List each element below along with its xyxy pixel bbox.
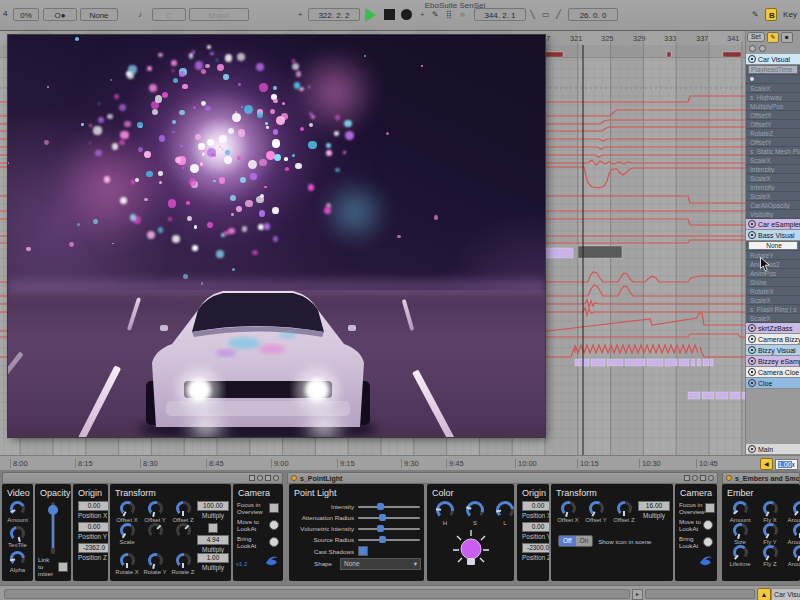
device-chooser[interactable]: PlayheadTime	[746, 65, 800, 75]
expand-button[interactable]: ▸	[632, 589, 643, 600]
nudge-icon[interactable]: +	[298, 8, 303, 22]
automation-lane-scalex[interactable]: ScaleX	[746, 156, 800, 165]
track-header-bizzey-esampler[interactable]: Bizzey eSampler	[746, 356, 800, 367]
amount-knob[interactable]	[733, 501, 748, 516]
automation-lane-rotatez[interactable]: RotateZ	[746, 129, 800, 138]
fade-in-icon[interactable]: ╲	[530, 8, 535, 22]
automation-lane-animpos[interactable]: AnimPos	[746, 269, 800, 278]
arrangement-view[interactable]: Set ✎ ■ Car VisualPlayheadTimeScaleXs_Hi…	[0, 30, 800, 455]
loop-length[interactable]: 26. 0. 0	[568, 8, 618, 21]
amount-knob[interactable]	[10, 501, 25, 516]
device-scrollbar[interactable]	[4, 589, 630, 599]
close-icon[interactable]	[273, 475, 279, 481]
device-header-left[interactable]	[2, 472, 283, 484]
position-z-value[interactable]: -2362.0	[78, 543, 108, 553]
track-header-bass-visual[interactable]: Bass Visual	[746, 230, 800, 241]
automation-lane-rotatex[interactable]: RotateX	[746, 287, 800, 296]
automation-lane-rotatey[interactable]: RotateY	[746, 251, 800, 260]
position-x-value[interactable]: 0.00	[78, 501, 108, 511]
arrangement-position[interactable]: 322. 2. 2	[308, 8, 360, 21]
size-knob[interactable]	[733, 523, 748, 538]
new-icon[interactable]: +	[420, 8, 425, 22]
scale-menu[interactable]: Major	[189, 8, 249, 21]
set-tab[interactable]: Set	[747, 32, 765, 42]
focus-in-overview-button[interactable]	[269, 503, 279, 513]
position-y-value[interactable]: 0.00	[522, 522, 549, 532]
remove-lane-button[interactable]	[759, 45, 766, 52]
automation-lane-intensity[interactable]: Intensity	[746, 165, 800, 174]
track-header-car-visual[interactable]: Car Visual	[746, 54, 800, 65]
fly-z-knob[interactable]	[763, 545, 778, 560]
position-x-value[interactable]: 0.00	[522, 501, 549, 511]
bring-lookat-button[interactable]	[269, 537, 279, 547]
intensity-slider[interactable]	[358, 506, 420, 508]
fold-icon[interactable]	[684, 475, 690, 481]
sync-button[interactable]: ◀	[760, 458, 773, 470]
h-knob[interactable]	[436, 501, 454, 519]
automation-mode-button[interactable]: B	[765, 8, 777, 21]
around-z-knob[interactable]	[793, 545, 800, 560]
pencil-icon[interactable]: ✎	[752, 8, 759, 22]
rotate-z-knob[interactable]	[176, 553, 191, 568]
draw-icon[interactable]: ✎	[432, 8, 439, 22]
hotswap-icon[interactable]	[692, 475, 698, 481]
scale-icon[interactable]: ♪	[138, 8, 142, 22]
fly-x-knob[interactable]	[763, 501, 778, 516]
device-header-embers[interactable]: s_Embers and Smoke	[722, 472, 800, 484]
s-knob[interactable]	[466, 501, 484, 519]
automation-lane-s-flash-ring-s-spi[interactable]: s_Flash Ring | s_Spi	[746, 305, 800, 314]
track-header-camera-cloe[interactable]: Camera Cloe	[746, 367, 800, 378]
focus-in-overview-button[interactable]	[705, 503, 715, 513]
automation-lane-scalex[interactable]: ScaleX	[746, 174, 800, 183]
automation-lane-s-static-mesh-playe[interactable]: s_Static Mesh Playe	[746, 147, 800, 156]
draw-automation-button[interactable]: ✎	[767, 32, 779, 43]
offset-z-knob[interactable]	[617, 501, 632, 516]
loop-icon[interactable]: ○	[460, 8, 465, 22]
automation-lane-scalex[interactable]: ScaleX	[746, 314, 800, 323]
play-button[interactable]	[365, 8, 376, 22]
track-header-bizzy-visual[interactable]: Bizzy Visual	[746, 345, 800, 356]
automation-lane-s-highway[interactable]: s_Highway	[746, 93, 800, 102]
automation-lane-animpos2[interactable]: AnimPos2	[746, 260, 800, 269]
track-header-skrtzzbass[interactable]: skrtZzBass	[746, 323, 800, 334]
quantize-menu[interactable]: None	[80, 8, 118, 21]
metronome-button[interactable]: O●	[43, 8, 77, 21]
l-knob[interactable]	[496, 501, 514, 519]
offset-y-knob[interactable]	[589, 501, 604, 516]
track-header-car-esampler[interactable]: Car eSampler	[746, 219, 800, 230]
move-to-lookat-button[interactable]	[703, 520, 713, 530]
fly-y-knob[interactable]	[763, 523, 778, 538]
bring-lookat-button[interactable]	[703, 537, 713, 547]
around-y-knob[interactable]	[793, 523, 800, 538]
automation-lane-offsetx[interactable]: OffsetX	[746, 111, 800, 120]
automation-lane-multiplypos[interactable]: MultiplyPos	[746, 102, 800, 111]
cast-shadows-checkbox[interactable]	[358, 546, 368, 556]
scale-aux-knob[interactable]	[148, 523, 163, 538]
device-header-pointlight[interactable]: s_PointLight	[287, 472, 718, 484]
attenuation-radius-slider[interactable]	[358, 517, 420, 519]
track-header-camera-bizzy[interactable]: Camera Bizzy	[746, 334, 800, 345]
automation-lane-scalex[interactable]: ScaleX	[746, 296, 800, 305]
link-to-mixer-checkbox[interactable]	[58, 562, 68, 572]
offset-x-knob[interactable]	[120, 501, 135, 516]
show-icon-toggle[interactable]: OffOn	[558, 535, 593, 547]
automation-lane-carallopacity[interactable]: CarAllOpacity	[746, 201, 800, 210]
time-signature[interactable]: 4	[3, 9, 7, 18]
automation-lane-scalex[interactable]: ScaleX	[746, 84, 800, 93]
speed-value[interactable]: 1.00x	[775, 459, 798, 470]
clip-box-icon[interactable]: ▭	[542, 8, 550, 22]
opacity-slider-handle[interactable]	[48, 505, 58, 515]
device-activator[interactable]	[726, 475, 732, 481]
save-icon[interactable]	[265, 475, 271, 481]
position-y-value[interactable]: 0.00	[78, 522, 108, 532]
automation-lane-intensity[interactable]: Intensity	[746, 183, 800, 192]
scale-link-checkbox[interactable]	[208, 523, 218, 533]
automation-lane-visibility[interactable]: Visibility	[746, 210, 800, 219]
add-lane-button[interactable]	[749, 45, 756, 52]
warning-button[interactable]: ▲	[757, 588, 771, 600]
move-to-lookat-button[interactable]	[269, 520, 279, 530]
multiply-value[interactable]: 1.00	[197, 553, 229, 563]
track-header-main[interactable]: Main	[746, 444, 800, 455]
lifetime-knob[interactable]	[733, 545, 748, 560]
source-radius-slider[interactable]	[358, 539, 420, 541]
